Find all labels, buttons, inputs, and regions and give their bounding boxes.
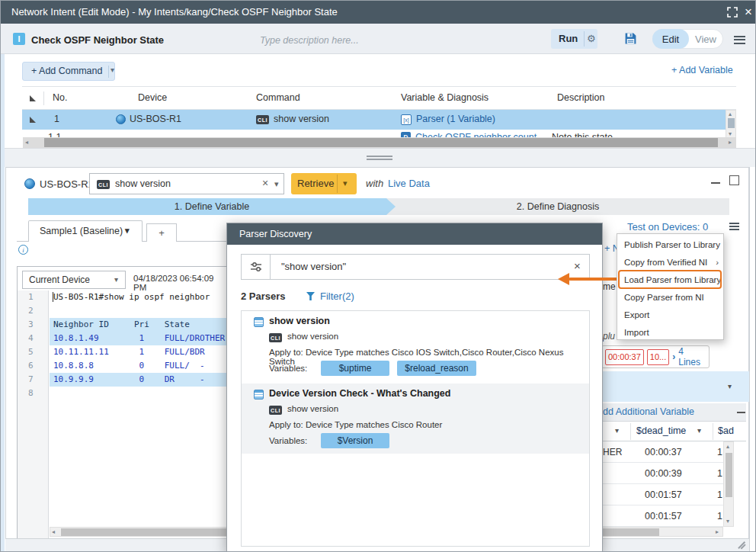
row-expand-icon[interactable] (30, 117, 36, 123)
tab-sample1[interactable]: Sample1 (Baseline) ▾ (28, 220, 143, 242)
table-hscrollbar[interactable]: ◂ ▸ (23, 137, 736, 148)
variable-row[interactable]: 00:01:57 1 (601, 484, 723, 505)
variable-row[interactable]: 00:00:39 1 (601, 463, 723, 484)
variable-chip[interactable]: $Version (321, 433, 389, 448)
add-additional-variable-link[interactable]: dd Additional Variable (603, 406, 694, 417)
scroll-down-icon[interactable]: ▾ (726, 518, 729, 525)
plus-text-fragment: plu (603, 331, 615, 342)
col-device: Device (138, 92, 167, 103)
menu-load-parser-from-library[interactable]: Load Parser from Library (617, 271, 723, 289)
run-settings-gear-icon[interactable]: ⚙ (587, 33, 596, 44)
code-line[interactable]: 10.11.11.11 1 FULL/BDR (53, 347, 205, 357)
step1-define-variable[interactable]: 1. Define Variable (28, 198, 396, 215)
live-data-link[interactable]: Live Data (388, 178, 430, 189)
header-menu-icon[interactable] (734, 34, 745, 46)
scroll-down-icon[interactable]: ▾ (729, 131, 732, 137)
lines-link[interactable]: 4 Lines (678, 346, 706, 367)
vscroll-thumb[interactable] (728, 118, 735, 128)
select-chevron-icon[interactable]: ▾ (114, 275, 118, 284)
tab-add-sample[interactable]: + (146, 223, 177, 242)
splitter-handle[interactable] (367, 156, 392, 157)
col-chevron-icon[interactable]: ▾ (697, 426, 701, 435)
collapse-minus-icon[interactable] (737, 412, 745, 413)
variable-hscrollbar[interactable]: ▸ (601, 527, 723, 537)
info-icon[interactable]: i (18, 245, 28, 255)
hscroll-thumb[interactable] (603, 528, 659, 536)
dead-time-column[interactable]: $dead_time (636, 425, 686, 436)
variable-chip[interactable]: $reload_reason (397, 361, 476, 376)
scroll-right-icon[interactable]: ▸ (716, 529, 719, 535)
funnel-icon[interactable] (306, 292, 315, 300)
panel-splitter[interactable] (1, 148, 756, 167)
add-variable-link[interactable]: + Add Variable (671, 65, 733, 75)
filter-link[interactable]: Filter(2) (320, 290, 354, 302)
save-icon[interactable] (624, 32, 637, 45)
dead-time-chip[interactable]: 00:00:37 (605, 349, 644, 365)
step2-define-diagnosis[interactable]: 2. Define Diagnosis (386, 198, 729, 215)
description-input[interactable]: Type description here... (260, 35, 359, 46)
add-column-fragment[interactable]: $ad (718, 425, 734, 436)
retrieve-button[interactable]: Retrieve (297, 178, 334, 189)
scroll-up-icon[interactable]: ▴ (726, 444, 729, 450)
code-line[interactable]: 10.9.9.9 0 DR - (53, 374, 205, 384)
panel-maximize-icon[interactable] (729, 175, 739, 185)
hscroll-thumb[interactable] (44, 138, 718, 147)
scroll-up-icon[interactable]: ▴ (729, 111, 732, 117)
scroll-left-icon[interactable]: ◂ (25, 140, 28, 146)
retrieve-chevron-icon[interactable]: ▾ (343, 178, 348, 188)
parser-name[interactable]: Device Version Check - What's Changed (269, 388, 450, 399)
search-filter-cell[interactable] (242, 255, 271, 279)
scroll-right-icon[interactable]: ▸ (729, 140, 732, 146)
edit-toggle-option[interactable]: Edit (652, 29, 689, 49)
source-select[interactable]: Current Device ▾ (22, 271, 126, 289)
band-dropdown-icon[interactable]: ▾ (728, 382, 732, 390)
dialog-titlebar[interactable]: Parser Discovery (227, 223, 602, 245)
view-toggle-option[interactable]: View (688, 30, 723, 48)
test-on-devices-link[interactable]: Test on Devices: 0 (627, 221, 708, 233)
add-command-chevron-icon[interactable]: ▾ (111, 66, 114, 74)
menu-export[interactable]: Export (617, 306, 723, 324)
code-line[interactable]: 10.8.1.49 1 FULL/DROTHER (53, 333, 225, 343)
splitter-handle2[interactable] (367, 159, 392, 160)
search-input[interactable]: "show version" (281, 261, 346, 272)
table-vscrollbar[interactable]: ▴ ▾ (726, 110, 736, 138)
variable-row[interactable]: 00:01:57 1 (601, 505, 723, 527)
menu-import[interactable]: Import (617, 324, 723, 342)
row-variable[interactable]: Parser (1 Variable) (416, 114, 495, 124)
variable-chip[interactable]: $uptime (321, 361, 389, 376)
add-command-button[interactable]: + Add Command ▾ (22, 62, 115, 81)
variable-row[interactable]: HER 00:00:37 1 (601, 441, 723, 463)
code-line[interactable]: US-BOS-R1#show ip ospf neighbor (53, 292, 210, 302)
maximize-icon[interactable] (727, 7, 738, 18)
parser-card[interactable]: Device Version Check - What's Changed CL… (242, 384, 589, 454)
col-variable: Variable & Diagnosis (401, 92, 489, 103)
run-button[interactable]: Run (559, 33, 578, 44)
code-line[interactable]: Neighbor ID Pri State (53, 319, 190, 329)
vscroll-thumb[interactable] (726, 453, 732, 497)
viewer-hscrollbar[interactable]: ◂ (50, 527, 229, 537)
command-combobox[interactable]: CLI show version × ▾ (89, 173, 284, 194)
combo-chevron-icon[interactable]: ▾ (274, 179, 279, 189)
parser-menu-icon[interactable] (729, 221, 739, 232)
tab-chevron-icon[interactable]: ▾ (125, 226, 130, 236)
resize-grip-icon[interactable] (737, 541, 746, 550)
collapse-all-icon[interactable] (30, 95, 36, 101)
table-row-selected[interactable]: 1 US-BOS-R1 CLI show version [x] Parser … (22, 110, 726, 130)
menu-copy-parser-from-ni[interactable]: Copy Parser from NI (617, 289, 723, 306)
viewer-hscroll-thumb[interactable] (61, 528, 229, 536)
clear-command-icon[interactable]: × (262, 177, 268, 189)
parser-name[interactable]: show version (269, 316, 330, 326)
device-icon (116, 114, 126, 124)
scroll-left-icon[interactable]: ◂ (52, 529, 55, 535)
menu-copy-from-verified-ni[interactable]: Copy from Verified NI › (617, 254, 723, 271)
parser-search-box[interactable]: "show version" × (241, 254, 590, 280)
code-line[interactable]: 10.8.8.8 0 FULL/ - (53, 361, 205, 371)
col-chevron-icon[interactable]: ▾ (615, 426, 619, 435)
address-chip[interactable]: 10... (647, 349, 669, 365)
menu-publish-parser[interactable]: Publish Parser to Library (617, 236, 723, 254)
search-clear-icon[interactable]: × (574, 259, 581, 272)
parser-card[interactable]: show version CLI show version Apply to: … (242, 311, 589, 384)
close-icon[interactable]: × (742, 4, 755, 21)
variable-vscrollbar[interactable]: ▴ ▾ (723, 441, 734, 527)
panel-minimize-icon[interactable] (711, 182, 720, 184)
